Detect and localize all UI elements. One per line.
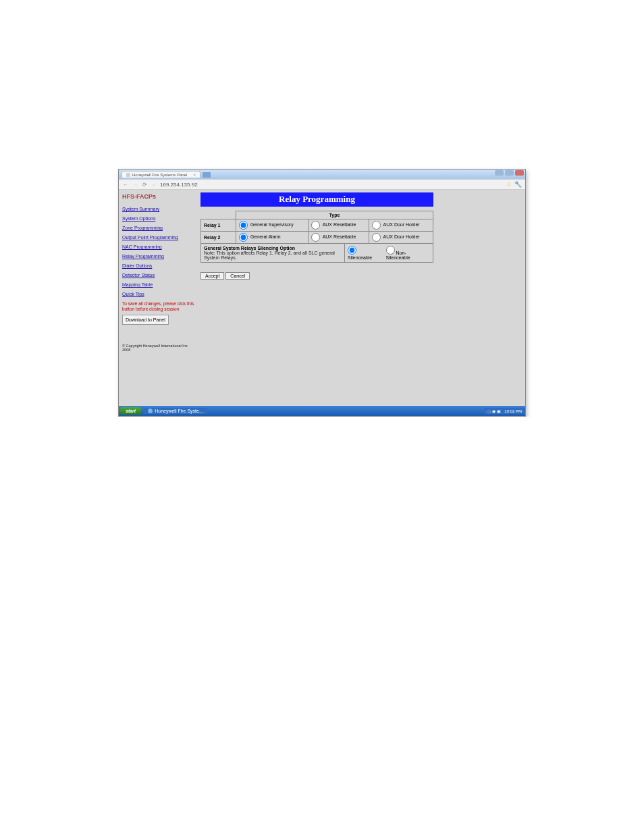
nav-zone-programming[interactable]: Zone Programming [122,226,195,230]
taskbar-item-label: Honeywell Fire Syste... [155,409,203,413]
download-to-panel-button[interactable]: Download to Panel [122,315,169,325]
relay2-opt-general-alarm[interactable]: General Alarm [239,234,281,239]
tray-icon: ▣ [497,409,501,413]
settings-icon[interactable]: 🔧 [514,181,522,188]
nav-system-summary[interactable]: System Summary [122,207,195,211]
silencing-note: Note: This option affects Relay 1, Relay… [204,251,342,260]
sidebar: HFS-FACPs System Summary System Options … [119,190,198,406]
nav-dialer-options[interactable]: Dialer Options [122,263,195,268]
nav-quick-tips[interactable]: Quick Tips [122,292,195,296]
minimize-button[interactable] [495,170,504,176]
relay-row-2: Relay 2 General Alarm AUX Resettable AUX… [201,232,433,244]
taskbar: start Honeywell Fire Syste... ◌ ◉ ▣ 10:0… [119,406,525,416]
tab-favicon [126,173,130,177]
address-bar: ← → ⟳ ▫ 169.254.135.92 ☆ 🔧 [119,179,525,190]
silencing-option-box: General System Relays Silencing Option N… [200,244,433,263]
tab-close-icon[interactable]: × [193,173,196,177]
nav-relay-programming[interactable]: Relay Programming [122,254,195,259]
system-tray[interactable]: ◌ ◉ ▣ 10:02 PM [484,408,525,414]
silenceable-radio[interactable]: Silenceable [348,246,382,260]
browser-tab[interactable]: Honeywell Fire Systems Panel × [122,171,200,178]
copyright-text: © Copyright Honeywell International Inc … [122,344,195,352]
page-title: Relay Programming [200,192,433,207]
nav-system-options[interactable]: System Options [122,216,195,221]
nav-nac-programming[interactable]: NAC Programming [122,244,195,249]
back-button[interactable]: ← [122,182,129,188]
relay2-opt-aux-door-holder[interactable]: AUX Door Holder [372,234,420,239]
window-close-button[interactable] [515,170,524,176]
relay1-opt-general-supervisory[interactable]: General Supervisory [239,222,294,227]
nav-mapping-table[interactable]: Mapping Table [122,282,195,287]
relay2-opt-aux-resettable[interactable]: AUX Resettable [311,234,356,239]
maximize-button[interactable] [505,170,514,176]
save-warning-text: To save all changes, please click this b… [122,301,195,312]
taskbar-item[interactable]: Honeywell Fire Syste... [144,408,207,414]
nav-detector-status[interactable]: Detector Status [122,273,195,278]
type-header: Type [236,211,433,219]
silencing-title: General System Relays Silencing Option [204,246,342,251]
window-titlebar: Honeywell Fire Systems Panel × [119,170,525,179]
task-icon [148,409,153,413]
relay1-label: Relay 1 [201,219,236,232]
non-silenceable-radio[interactable]: Non-Silenceable [386,246,430,260]
bookmark-icon[interactable]: ☆ [506,181,512,188]
nav-output-point-programming[interactable]: Output Point Programming [122,235,195,240]
tray-icon: ◉ [492,409,495,413]
cancel-button[interactable]: Cancel [225,272,250,280]
relay-row-1: Relay 1 General Supervisory AUX Resettab… [201,219,433,232]
accept-button[interactable]: Accept [200,272,224,280]
relay2-label: Relay 2 [201,232,236,244]
forward-button[interactable]: → [132,182,138,188]
main-content: Relay Programming Type Relay 1 General S… [198,190,525,406]
relay-table: Type Relay 1 General Supervisory AUX Res… [200,211,433,244]
taskbar-clock: 10:02 PM [504,409,522,413]
start-button[interactable]: start [120,407,141,415]
page-icon: ▫ [151,182,157,188]
reload-button[interactable]: ⟳ [141,182,148,188]
relay1-opt-aux-door-holder[interactable]: AUX Door Holder [372,222,420,227]
url-input[interactable]: 169.254.135.92 [160,182,504,188]
sidebar-brand: HFS-FACPs [122,193,195,200]
new-tab-button[interactable] [203,172,211,178]
relay1-opt-aux-resettable[interactable]: AUX Resettable [311,222,356,227]
tab-title: Honeywell Fire Systems Panel [132,173,187,177]
tray-icon: ◌ [487,409,491,413]
